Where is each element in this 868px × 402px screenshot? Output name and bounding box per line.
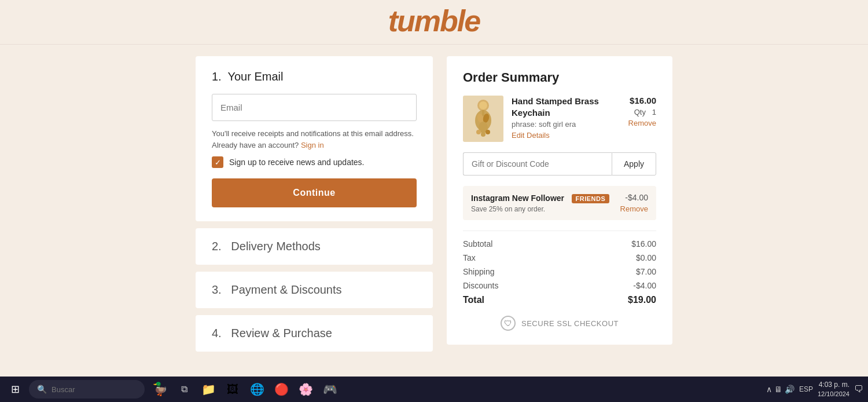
taskbar-time: 4:03 p. m. 12/10/2024 bbox=[818, 380, 849, 399]
section-delivery: 2. Delivery Methods bbox=[196, 228, 433, 265]
subtotal-row: Subtotal $16.00 bbox=[463, 239, 656, 248]
ssl-shield-icon: 🛡 bbox=[501, 316, 516, 331]
promo-amount: -$4.00 bbox=[620, 193, 648, 202]
section1-label: Your Email bbox=[227, 70, 283, 83]
product-info: Hand Stamped Brass Keychain phrase: soft… bbox=[512, 96, 620, 140]
promo-row: Instagram New Follower FRIENDS Save 25% … bbox=[463, 186, 656, 220]
discounts-value: -$4.00 bbox=[633, 281, 656, 290]
totals-section: Subtotal $16.00 Tax $0.00 Shipping $7.00… bbox=[463, 231, 656, 305]
taskbar-folder-icon[interactable]: 📁 bbox=[197, 378, 220, 401]
total-row: Total $19.00 bbox=[463, 295, 656, 305]
newsletter-checkbox-row[interactable]: ✓ Sign up to receive news and updates. bbox=[212, 156, 417, 168]
shipping-label: Shipping bbox=[463, 267, 495, 276]
product-name: Hand Stamped Brass Keychain bbox=[512, 96, 620, 118]
section-review: 4. Review & Purchase bbox=[196, 315, 433, 352]
product-price: $16.00 bbox=[630, 96, 656, 105]
svg-point-1 bbox=[479, 101, 487, 109]
section2-title: 2. Delivery Methods bbox=[212, 240, 417, 253]
section-email: 1. Your Email You'll receive receipts an… bbox=[196, 56, 433, 221]
section1-number: 1. bbox=[212, 70, 222, 83]
header: tumble bbox=[0, 0, 868, 45]
clock-time: 4:03 p. m. bbox=[818, 380, 849, 390]
email-input[interactable] bbox=[212, 94, 417, 121]
section1-title: 1. Your Email bbox=[212, 70, 417, 83]
section4-title: 4. Review & Purchase bbox=[212, 327, 417, 340]
discounts-label: Discounts bbox=[463, 281, 498, 290]
product-remove-button[interactable]: Remove bbox=[628, 119, 656, 127]
promo-remove-button[interactable]: Remove bbox=[620, 204, 648, 213]
discounts-row: Discounts -$4.00 bbox=[463, 281, 656, 290]
checkbox-checked-icon[interactable]: ✓ bbox=[212, 156, 223, 168]
tax-label: Tax bbox=[463, 253, 476, 262]
continue-button[interactable]: Continue bbox=[212, 178, 417, 207]
product-image-svg bbox=[466, 98, 501, 139]
promo-name: Instagram New Follower bbox=[471, 193, 564, 203]
taskbar-red-icon[interactable]: 🔴 bbox=[270, 378, 293, 401]
svg-point-9 bbox=[486, 130, 490, 134]
logo: tumble bbox=[0, 6, 868, 36]
section3-label: Payment & Discounts bbox=[231, 283, 341, 296]
taskbar-app-icons: 🦆 ⧉ 📁 🖼 🌐 🔴 🌸 🎮 bbox=[148, 378, 341, 401]
taskbar-search-input[interactable] bbox=[52, 385, 115, 394]
product-qty-row: Qty 1 bbox=[634, 108, 656, 116]
notification-icon[interactable]: 🗨 bbox=[854, 384, 863, 394]
sign-in-link[interactable]: Sign in bbox=[301, 141, 324, 149]
left-column: 1. Your Email You'll receive receipts an… bbox=[196, 56, 433, 365]
section4-label: Review & Purchase bbox=[231, 327, 332, 339]
clock-date: 12/10/2024 bbox=[818, 390, 849, 399]
main-content: 1. Your Email You'll receive receipts an… bbox=[0, 45, 868, 377]
order-summary-title: Order Summary bbox=[463, 70, 656, 85]
volume-icon[interactable]: 🔊 bbox=[785, 385, 795, 394]
section3-title: 3. Payment & Discounts bbox=[212, 283, 417, 297]
section4-number: 4. bbox=[212, 327, 222, 339]
right-column: Order Summary bbox=[447, 56, 672, 365]
taskbar: ⊞ 🔍 🦆 ⧉ 📁 🖼 🌐 🔴 🌸 🎮 ∧ 🖥 🔊 ESP 4:03 p. m.… bbox=[0, 377, 868, 402]
language-label: ESP bbox=[799, 385, 813, 393]
product-row: Hand Stamped Brass Keychain phrase: soft… bbox=[463, 96, 656, 142]
start-button[interactable]: ⊞ bbox=[5, 379, 25, 400]
taskbar-multiwindow-icon[interactable]: ⧉ bbox=[172, 378, 196, 401]
ssl-label: SECURE SSL CHECKOUT bbox=[521, 319, 619, 328]
edit-details-link[interactable]: Edit Details bbox=[512, 131, 620, 140]
product-image bbox=[463, 96, 503, 142]
taskbar-sys-icons: ∧ 🖥 🔊 bbox=[766, 385, 795, 394]
product-qty-price: $16.00 Qty 1 Remove bbox=[628, 96, 656, 127]
chevron-up-icon[interactable]: ∧ bbox=[766, 385, 772, 394]
section3-number: 3. bbox=[212, 283, 222, 296]
total-value: $19.00 bbox=[628, 295, 656, 305]
svg-point-8 bbox=[481, 132, 486, 137]
qty-value: 1 bbox=[652, 108, 656, 116]
section2-label: Delivery Methods bbox=[231, 240, 321, 253]
search-icon: 🔍 bbox=[37, 385, 47, 394]
email-info-text: You'll receive receipts and notification… bbox=[212, 128, 417, 151]
network-icon[interactable]: 🖥 bbox=[774, 385, 782, 394]
promo-info: Instagram New Follower FRIENDS Save 25% … bbox=[471, 193, 609, 213]
section-payment: 3. Payment & Discounts bbox=[196, 272, 433, 308]
taskbar-photo-icon[interactable]: 🖼 bbox=[221, 378, 244, 401]
taskbar-extra-icon[interactable]: 🎮 bbox=[318, 378, 341, 401]
ssl-row: 🛡 SECURE SSL CHECKOUT bbox=[463, 316, 656, 331]
total-label: Total bbox=[463, 295, 484, 305]
svg-point-7 bbox=[476, 130, 481, 134]
shipping-row: Shipping $7.00 bbox=[463, 267, 656, 276]
subtotal-label: Subtotal bbox=[463, 239, 492, 248]
checkbox-label: Sign up to receive news and updates. bbox=[229, 158, 365, 167]
promo-amount-col: -$4.00 Remove bbox=[620, 193, 648, 213]
taskbar-search-box[interactable]: 🔍 bbox=[29, 380, 145, 399]
discount-row: Apply bbox=[463, 152, 656, 176]
shipping-value: $7.00 bbox=[636, 267, 656, 276]
product-phrase: phrase: soft girl era bbox=[512, 120, 620, 129]
discount-code-input[interactable] bbox=[463, 152, 612, 176]
taskbar-pink-icon[interactable]: 🌸 bbox=[294, 378, 317, 401]
taskbar-right: ∧ 🖥 🔊 ESP 4:03 p. m. 12/10/2024 🗨 bbox=[766, 380, 863, 399]
tax-value: $0.00 bbox=[636, 253, 656, 262]
taskbar-duck-icon[interactable]: 🦆 bbox=[148, 378, 171, 401]
apply-discount-button[interactable]: Apply bbox=[612, 152, 656, 176]
qty-label: Qty bbox=[634, 108, 646, 116]
promo-desc: Save 25% on any order. bbox=[471, 205, 609, 213]
subtotal-value: $16.00 bbox=[631, 239, 656, 248]
order-summary-card: Order Summary bbox=[447, 56, 672, 345]
section2-number: 2. bbox=[212, 240, 222, 253]
taskbar-edge-icon[interactable]: 🌐 bbox=[245, 378, 269, 401]
tax-row: Tax $0.00 bbox=[463, 253, 656, 262]
